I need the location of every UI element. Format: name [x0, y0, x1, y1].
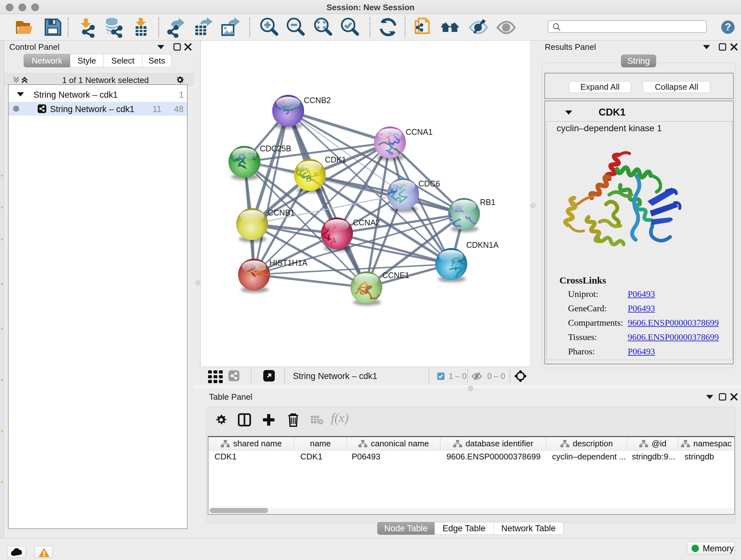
svg-text:CCNB2: CCNB2: [304, 96, 331, 105]
svg-text:CDK1: CDK1: [325, 155, 346, 164]
svg-text:CDC25B: CDC25B: [260, 144, 291, 153]
svg-text:CCNA2: CCNA2: [353, 218, 380, 227]
svg-text:CDC6: CDC6: [418, 179, 440, 188]
svg-text:CCNA1: CCNA1: [406, 127, 433, 136]
svg-text:?: ?: [725, 21, 731, 33]
svg-text:CCNB1: CCNB1: [268, 208, 295, 217]
svg-text:HIST1H1A: HIST1H1A: [269, 258, 308, 267]
svg-text:CCNE1: CCNE1: [382, 271, 409, 280]
svg-text:CDKN1A: CDKN1A: [466, 240, 499, 249]
svg-text:RB1: RB1: [480, 198, 495, 206]
